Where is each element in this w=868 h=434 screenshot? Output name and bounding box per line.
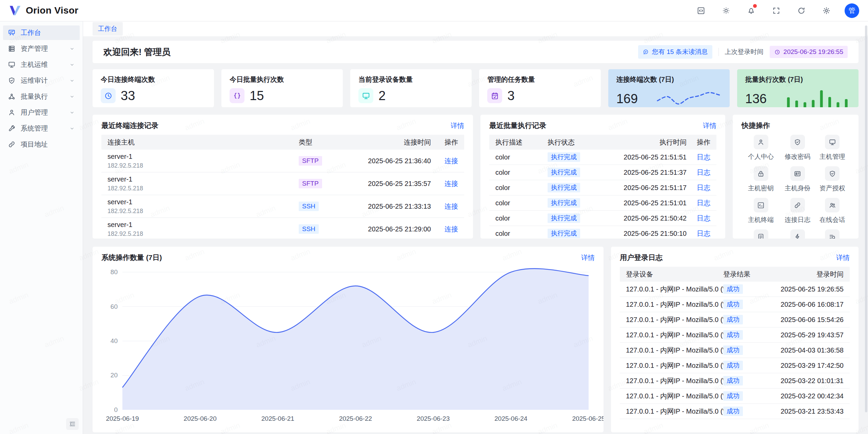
message-icon (643, 49, 649, 55)
terminal-record-row: server-1182.92.5.218SSH2025-06-25 21:33:… (101, 195, 464, 218)
scrollbar-thumb[interactable] (865, 25, 867, 412)
search-log-icon (829, 233, 836, 239)
stat-value: 169 (616, 92, 638, 106)
assets-icon (8, 45, 16, 53)
connect-link[interactable]: 连接 (445, 180, 458, 187)
system-icon (8, 125, 16, 132)
quick-action-命令执行[interactable]: 命令执行 (780, 229, 815, 239)
log-link[interactable]: 日志 (697, 184, 710, 191)
quick-action-label: 在线会话 (820, 215, 845, 224)
system-ops-chart-detail-link[interactable]: 详情 (581, 253, 595, 262)
sidebar-item-用户管理[interactable]: 用户管理 (3, 105, 80, 120)
log-link[interactable]: 日志 (697, 199, 710, 207)
exec-status-badge: 执行完成 (548, 168, 580, 177)
quick-action-主机终端[interactable]: 主机终端 (742, 198, 780, 224)
terminal-record-row: server-1182.92.5.218SSH2025-06-25 21:29:… (101, 218, 464, 239)
sidebar-item-工作台[interactable]: 工作台 (3, 25, 80, 40)
sidebar-item-批量执行[interactable]: 批量执行 (3, 89, 80, 104)
login-time: 2025-04-03 01:36:58 (764, 346, 844, 354)
terminal-records-table: 连接主机类型连接时间操作server-1182.92.5.218SFTP2025… (101, 135, 464, 239)
connect-link[interactable]: 连接 (445, 157, 458, 165)
unread-messages-badge[interactable]: 您有 15 条未读消息 (638, 45, 712, 59)
braces-icon (233, 92, 241, 100)
welcome-title: 欢迎回来! 管理员 (103, 46, 171, 58)
log-link[interactable]: 日志 (697, 153, 710, 161)
quick-action-资产授权[interactable]: 资产授权 (815, 166, 850, 193)
fullscreen-button[interactable] (769, 4, 783, 17)
logo-icon (9, 5, 21, 16)
stat-value: 3 (507, 89, 514, 103)
log-link[interactable]: 日志 (697, 214, 710, 222)
quick-action-主机身份[interactable]: 主机身份 (780, 166, 815, 193)
user-icon (757, 138, 765, 146)
code-square-button[interactable] (694, 4, 708, 17)
collapse-icon (69, 420, 76, 428)
terminal-record-row: server-1182.92.5.218SFTP2025-06-25 21:35… (101, 172, 464, 195)
system-ops-chart-title: 系统操作数量 (7日) (101, 253, 162, 262)
quick-action-连接日志[interactable]: 连接日志 (780, 198, 815, 224)
login-device: 127.0.0.1 - 内网IP - Mozilla/5.0 (Windows … (626, 331, 723, 340)
exec-records-detail-link[interactable]: 详情 (703, 121, 716, 130)
quick-action-文件操作日志[interactable]: 文件操作日志 (742, 229, 780, 239)
task-icon (491, 92, 499, 100)
refresh-button[interactable] (794, 4, 808, 17)
login-result-badge: 成功 (723, 315, 743, 325)
connect-link[interactable]: 连接 (445, 225, 458, 233)
exec-desc: color (495, 153, 548, 161)
theme-button[interactable] (719, 4, 733, 17)
connect-time: 2025-06-25 21:29:00 (343, 225, 431, 233)
sidebar-item-运维审计[interactable]: 运维审计 (3, 73, 80, 88)
host-ip: 182.92.5.218 (107, 185, 299, 192)
login-device: 127.0.0.1 - 内网IP - Mozilla/5.0 (Windows … (626, 376, 723, 385)
host-ip: 182.92.5.218 (107, 231, 299, 238)
login-log-row: 127.0.0.1 - 内网IP - Mozilla/5.0 (Windows … (620, 343, 850, 358)
exec-records-table: 执行描述执行状态执行时间操作color执行完成2025-06-25 21:51:… (489, 135, 716, 239)
user-avatar[interactable]: 管 (845, 3, 859, 18)
quick-action-主机密钥[interactable]: 主机密钥 (742, 166, 780, 193)
svg-text:2025-06-19: 2025-06-19 (106, 415, 139, 422)
exec-status-badge: 执行完成 (548, 152, 580, 162)
stat-value: 15 (250, 89, 264, 103)
quick-action-主机管理[interactable]: 主机管理 (815, 135, 850, 161)
sidebar-item-主机运维[interactable]: 主机运维 (3, 57, 80, 72)
protocol-badge: SFTP (299, 179, 322, 189)
sidebar-item-label: 运维审计 (21, 76, 64, 85)
quick-action-修改密码[interactable]: 修改密码 (780, 135, 815, 161)
notifications-button[interactable] (744, 4, 758, 17)
login-result-badge: 成功 (723, 391, 743, 401)
settings-button[interactable] (820, 4, 833, 17)
log-link[interactable]: 日志 (697, 169, 710, 176)
quick-actions-title: 快捷操作 (742, 121, 770, 130)
svg-text:2025-06-22: 2025-06-22 (339, 415, 372, 422)
quick-action-个人中心[interactable]: 个人中心 (742, 135, 780, 161)
stat-card-当前登录设备数量: 当前登录设备数量2 (350, 69, 472, 107)
protocol-badge: SSH (299, 202, 319, 211)
middle-row: 最近终端连接记录 详情 连接主机类型连接时间操作server-1182.92.5… (93, 115, 859, 239)
login-log-row: 127.0.0.1 - 内网IP - Mozilla/5.0 (Windows … (620, 389, 850, 404)
connect-link[interactable]: 连接 (445, 203, 458, 210)
exec-record-row: color执行完成2025-06-25 21:50:42日志 (489, 211, 716, 226)
exec-record-row: color执行完成2025-06-25 21:51:37日志 (489, 165, 716, 180)
quick-action-在线会话[interactable]: 在线会话 (815, 198, 850, 224)
chevron-down-icon (69, 62, 75, 68)
logo: Orion Visor (9, 5, 78, 16)
sidebar-item-系统管理[interactable]: 系统管理 (3, 121, 80, 136)
chevron-down-icon (69, 126, 75, 131)
sidebar-item-资产管理[interactable]: 资产管理 (3, 41, 80, 56)
last-login-time: 2025-06-25 19:26:55 (784, 48, 843, 56)
log-link[interactable]: 日志 (697, 230, 710, 237)
quick-action-执行日志[interactable]: 执行日志 (815, 229, 850, 239)
collapse-sidebar-button[interactable] (66, 418, 79, 430)
terminal-records-detail-link[interactable]: 详情 (451, 121, 464, 130)
logo-text: Orion Visor (26, 5, 78, 16)
login-logs-detail-link[interactable]: 详情 (836, 253, 850, 262)
sidebar-item-项目地址[interactable]: 项目地址 (3, 137, 80, 152)
chevron-down-icon (69, 46, 75, 52)
login-time: 2025-06-06 16:08:17 (764, 301, 844, 308)
exec-time: 2025-06-25 21:50:42 (604, 214, 687, 222)
welcome-banner: 欢迎回来! 管理员 您有 15 条未读消息 上次登录时间 2025-06-25 … (93, 41, 859, 63)
breadcrumb-item-workbench[interactable]: 工作台 (93, 22, 123, 36)
user-mgmt-icon (8, 109, 16, 116)
lock-icon (757, 170, 765, 177)
history-icon (104, 92, 113, 100)
